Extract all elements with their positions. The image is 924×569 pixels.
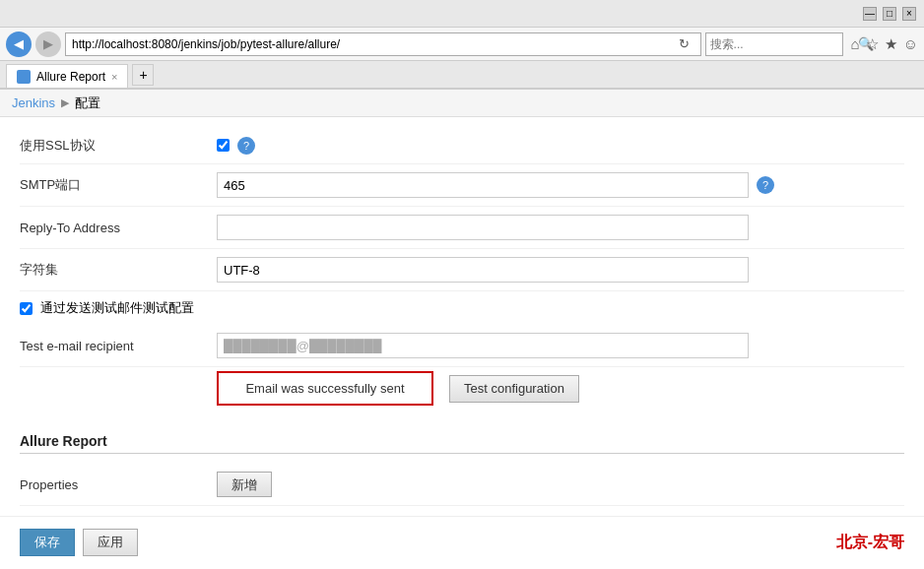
address-input[interactable] <box>72 37 675 51</box>
tab-close-button[interactable]: × <box>111 71 117 83</box>
home-icon[interactable]: ⌂ <box>851 35 860 52</box>
allure-form-section: Properties 新增 <box>0 454 924 516</box>
test-checkbox-label: 通过发送测试邮件测试配置 <box>40 299 194 317</box>
add-button[interactable]: 新增 <box>217 472 272 497</box>
tab-allure-report[interactable]: Allure Report × <box>6 64 128 88</box>
smtp-row: SMTP端口 ? <box>20 164 904 207</box>
apply-button[interactable]: 应用 <box>83 529 138 556</box>
success-control: Email was successfully sent Test configu… <box>217 371 904 406</box>
ssl-checkbox[interactable] <box>217 139 230 152</box>
smtp-control: ? <box>217 172 904 198</box>
back-button[interactable]: ◀ <box>6 32 32 57</box>
tab-favicon <box>17 70 31 84</box>
test-email-row: Test e-mail recipient <box>20 325 904 367</box>
tab-bar: Allure Report × + <box>0 61 924 89</box>
success-message-box: Email was successfully sent <box>217 371 433 406</box>
charset-input[interactable] <box>217 257 749 283</box>
new-tab-button[interactable]: + <box>132 64 154 86</box>
watermark-text: 北京-宏哥 <box>836 533 904 553</box>
test-email-label: Test e-mail recipient <box>20 339 217 353</box>
ssl-label: 使用SSL协议 <box>20 137 217 155</box>
breadcrumb: Jenkins ▶ 配置 <box>0 90 924 117</box>
smtp-label: SMTP端口 <box>20 176 217 194</box>
test-configuration-button[interactable]: Test configuration <box>449 375 579 403</box>
test-email-control <box>217 333 904 358</box>
page-footer: 保存 应用 北京-宏哥 <box>0 516 924 568</box>
breadcrumb-jenkins[interactable]: Jenkins <box>12 95 55 110</box>
forward-button[interactable]: ▶ <box>35 32 61 57</box>
nav-bar: ◀ ▶ ↻ 🔍 ⌂ ☆ ★ ☺ <box>0 28 924 61</box>
toolbar-icons: ⌂ ☆ ★ ☺ <box>851 35 918 53</box>
smtp-help-icon[interactable]: ? <box>757 176 774 194</box>
page-content: 使用SSL协议 ? SMTP端口 ? Reply-To Address <box>0 117 924 569</box>
allure-section-header: Allure Report <box>0 423 924 453</box>
test-email-input[interactable] <box>217 333 749 358</box>
close-button[interactable]: × <box>902 7 916 21</box>
charset-label: 字符集 <box>20 261 217 279</box>
properties-row: Properties 新增 <box>20 464 904 506</box>
properties-control: 新增 <box>217 472 904 497</box>
test-config-checkbox[interactable] <box>20 302 33 315</box>
ssl-help-icon[interactable]: ? <box>237 137 255 155</box>
search-input[interactable] <box>710 37 858 51</box>
breadcrumb-config: 配置 <box>75 95 100 112</box>
footer-buttons: 保存 应用 <box>20 529 138 556</box>
save-button[interactable]: 保存 <box>20 529 75 556</box>
tab-title: Allure Report <box>36 70 105 84</box>
properties-label: Properties <box>20 477 217 492</box>
smtp-input[interactable] <box>217 172 749 198</box>
replyto-control <box>217 215 904 240</box>
minimize-button[interactable]: — <box>863 7 877 21</box>
form-section: 使用SSL协议 ? SMTP端口 ? Reply-To Address <box>0 117 924 423</box>
allure-report-section: Allure Report Properties 新增 <box>0 423 924 516</box>
charset-row: 字符集 <box>20 249 904 291</box>
address-bar: ↻ <box>65 32 701 56</box>
replyto-row: Reply-To Address <box>20 207 904 249</box>
test-checkbox-row: 通过发送测试邮件测试配置 <box>20 291 904 325</box>
success-message-text: Email was successfully sent <box>245 381 404 396</box>
refresh-button[interactable]: ↻ <box>675 32 694 56</box>
ssl-row: 使用SSL协议 ? <box>20 127 904 164</box>
charset-control <box>217 257 904 283</box>
replyto-input[interactable] <box>217 215 749 240</box>
bookmark-icon[interactable]: ★ <box>885 35 897 53</box>
search-bar: 🔍 <box>705 32 843 56</box>
maximize-button[interactable]: □ <box>883 7 896 21</box>
replyto-label: Reply-To Address <box>20 221 217 235</box>
breadcrumb-separator: ▶ <box>61 96 69 109</box>
star-outline-icon[interactable]: ☆ <box>866 35 879 53</box>
title-bar: — □ × <box>0 0 924 28</box>
ssl-control: ? <box>217 137 904 155</box>
user-icon[interactable]: ☺ <box>903 35 918 52</box>
success-row: Email was successfully sent Test configu… <box>20 367 904 413</box>
